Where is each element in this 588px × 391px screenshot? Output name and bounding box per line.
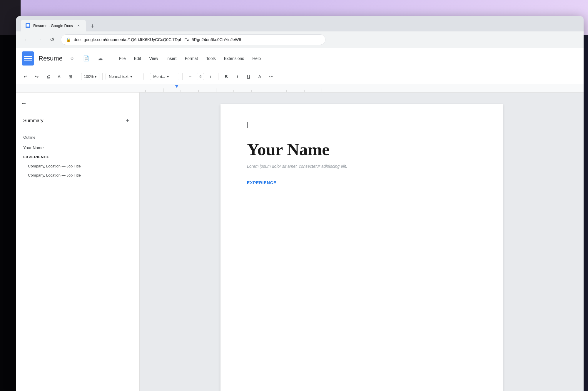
outline-label: Outline xyxy=(21,134,135,141)
main-area: ← Summary + Outline Your Name EXPERIENCE… xyxy=(16,93,584,391)
cloud-button[interactable]: ☁ xyxy=(96,54,105,63)
lock-icon: 🔒 xyxy=(66,37,71,42)
font-selector[interactable]: Merri... ▾ xyxy=(150,73,179,80)
redo-button[interactable]: ↪ xyxy=(32,72,41,81)
toolbar-divider-3 xyxy=(147,73,147,80)
tab-favicon xyxy=(26,23,30,28)
docs-logo xyxy=(22,51,34,66)
style-selector[interactable]: Normal text ▾ xyxy=(106,73,144,80)
font-size-plus-button[interactable]: + xyxy=(206,72,215,81)
menu-bar: File Edit View Insert Format Tools Exten… xyxy=(116,54,264,63)
summary-title: Summary xyxy=(23,118,43,123)
star-button[interactable]: ☆ xyxy=(67,54,77,63)
font-size-minus-button[interactable]: − xyxy=(186,72,195,81)
italic-button[interactable]: I xyxy=(233,72,242,81)
docs-title: Resume xyxy=(39,55,63,62)
menu-extensions[interactable]: Extensions xyxy=(220,54,248,63)
svg-marker-11 xyxy=(175,85,178,88)
outline-item-job2[interactable]: Company, Location — Job Title xyxy=(21,171,135,180)
sidebar-back-button[interactable]: ← xyxy=(21,98,30,108)
ruler xyxy=(16,84,584,93)
new-tab-button[interactable]: + xyxy=(87,21,98,31)
address-bar[interactable]: 🔒 docs.google.com/document/d/1Q6-tJtK6KU… xyxy=(61,34,325,45)
zoom-selector[interactable]: 100% ▾ xyxy=(81,73,99,80)
toolbar-divider-1 xyxy=(78,73,78,80)
folder-icon: 📄 xyxy=(83,55,89,62)
docs-header: Resume ☆ 📄 ☁ File Edit View Insert Forma… xyxy=(16,48,584,69)
document-name-heading: Your Name xyxy=(247,140,476,159)
tab-title: Resume - Google Docs xyxy=(33,24,73,28)
zoom-value: 100% xyxy=(84,74,93,79)
style-arrow-icon: ▾ xyxy=(130,74,132,79)
menu-help[interactable]: Help xyxy=(249,54,264,63)
document-area[interactable]: Your Name Lorem ipsum dolor sit amet, co… xyxy=(140,93,584,391)
underline-button[interactable]: U xyxy=(244,72,253,81)
more-button[interactable]: ··· xyxy=(277,72,287,81)
tab-bar: Resume - Google Docs × + xyxy=(16,16,584,31)
text-color-button[interactable]: A xyxy=(255,72,264,81)
font-size-display[interactable]: 6 xyxy=(197,73,204,80)
menu-insert[interactable]: Insert xyxy=(163,54,180,63)
toolbar-divider-4 xyxy=(182,73,183,80)
browser-window: Resume - Google Docs × + ← → ↺ 🔒 docs.go… xyxy=(16,16,584,391)
format-toolbar: ↩ ↪ 🖨 A ⊞ 100% ▾ Normal text ▾ Merri... … xyxy=(16,69,584,84)
menu-tools[interactable]: Tools xyxy=(203,54,219,63)
active-tab[interactable]: Resume - Google Docs × xyxy=(21,20,86,31)
document-experience-section: EXPERIENCE xyxy=(247,180,476,185)
url-text: docs.google.com/document/d/1Q6-tJtK6KUyC… xyxy=(74,37,320,42)
toolbar-divider-5 xyxy=(218,73,218,80)
outline-item-name[interactable]: Your Name xyxy=(21,143,135,152)
add-summary-button[interactable]: + xyxy=(123,116,132,125)
document-outline-sidebar: ← Summary + Outline Your Name EXPERIENCE… xyxy=(16,93,140,391)
toolbar-divider-2 xyxy=(102,73,103,80)
menu-file[interactable]: File xyxy=(116,54,129,63)
spell-check-button[interactable]: A xyxy=(54,72,64,81)
font-arrow-icon: ▾ xyxy=(167,74,169,79)
bold-button[interactable]: B xyxy=(221,72,231,81)
summary-section: Summary + xyxy=(21,113,135,129)
font-size-value: 6 xyxy=(199,74,201,79)
tab-close-button[interactable]: × xyxy=(76,23,81,28)
cloud-icon: ☁ xyxy=(98,55,103,62)
font-label: Merri... xyxy=(153,74,165,79)
highlight-button[interactable]: ✏ xyxy=(266,72,275,81)
document-page: Your Name Lorem ipsum dolor sit amet, co… xyxy=(220,104,503,391)
menu-edit[interactable]: Edit xyxy=(130,54,144,63)
address-bar-row: ← → ↺ 🔒 docs.google.com/document/d/1Q6-t… xyxy=(16,31,584,48)
document-subtitle: Lorem ipsum dolor sit amet, consectetur … xyxy=(247,164,476,169)
outline-item-experience[interactable]: EXPERIENCE xyxy=(21,152,135,162)
forward-button[interactable]: → xyxy=(35,36,43,44)
undo-button[interactable]: ↩ xyxy=(21,72,30,81)
text-cursor xyxy=(247,122,248,128)
zoom-arrow-icon: ▾ xyxy=(95,74,97,79)
back-button[interactable]: ← xyxy=(22,36,30,44)
menu-format[interactable]: Format xyxy=(181,54,201,63)
paint-format-button[interactable]: ⊞ xyxy=(66,72,75,81)
reload-button[interactable]: ↺ xyxy=(48,36,56,44)
style-label: Normal text xyxy=(109,74,128,79)
outline-item-job1[interactable]: Company, Location — Job Title xyxy=(21,162,135,171)
print-button[interactable]: 🖨 xyxy=(43,72,53,81)
folder-button[interactable]: 📄 xyxy=(81,54,91,63)
star-icon: ☆ xyxy=(70,55,74,62)
menu-view[interactable]: View xyxy=(146,54,162,63)
